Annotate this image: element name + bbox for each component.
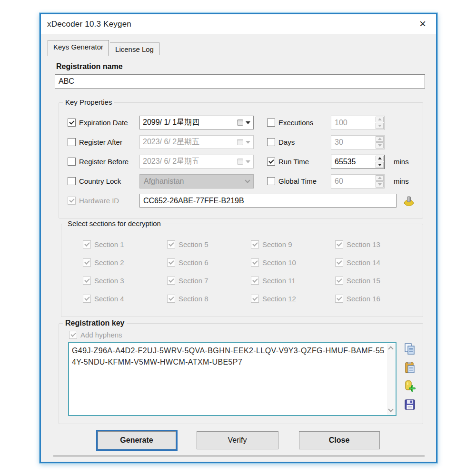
section-checkbox: Section 11	[251, 277, 335, 285]
sections-grid: Section 1 Section 2 Section 3 Section 4 …	[83, 235, 423, 307]
checkbox-box[interactable]	[68, 177, 76, 185]
checkbox-box	[167, 258, 175, 267]
days-spinner: 30	[331, 135, 385, 149]
country-lock-checkbox[interactable]: Country Lock	[68, 177, 139, 185]
register-before-checkbox[interactable]: Register Before	[68, 158, 139, 166]
close-icon[interactable]: ×	[412, 14, 433, 33]
section-label: Section 8	[178, 295, 208, 303]
register-after-picker: 2023/ 6/ 2星期五	[139, 135, 254, 149]
checkbox-box	[251, 240, 259, 248]
days-checkbox[interactable]: Days	[267, 138, 331, 146]
section-label: Section 11	[262, 277, 296, 285]
section-checkbox: Section 15	[335, 277, 423, 285]
section-checkbox: Section 9	[251, 240, 335, 248]
global-time-checkbox[interactable]: Global Time	[267, 177, 331, 185]
executions-checkbox[interactable]: Executions	[267, 119, 331, 127]
checkbox-box	[83, 240, 91, 248]
calendar-dropdown-icon[interactable]	[237, 119, 243, 126]
title-bar: xDecoder 10.3 Keygen ×	[41, 14, 436, 34]
expiration-date-picker[interactable]: 2099/ 1/ 1星期四	[139, 116, 254, 129]
dropdown-arrow-icon[interactable]	[246, 121, 250, 124]
verify-button[interactable]: Verify	[197, 431, 278, 449]
spin-down-icon[interactable]	[376, 162, 384, 168]
hardware-id-input[interactable]: CC652-26ABE-77FFE-B219B	[139, 194, 397, 208]
expiration-date-label: Expiration Date	[79, 119, 128, 127]
sections-title: Select sections for decryption	[65, 219, 163, 228]
section-label: Section 15	[347, 277, 380, 285]
checkbox-box	[68, 197, 76, 205]
dongle-icon[interactable]	[403, 195, 415, 207]
spin-up-icon[interactable]	[376, 156, 384, 162]
checkbox-box[interactable]	[68, 158, 76, 166]
section-checkbox: Section 7	[167, 277, 251, 285]
registration-key-textarea[interactable]: G49J-Z96A-A4D2-F2UJ-5WRV-5QVA-BGHN-EEK2-…	[68, 342, 397, 416]
close-button[interactable]: Close	[299, 431, 380, 449]
expiration-date-value: 2099/ 1/ 1星期四	[143, 118, 237, 128]
tab-keys-generator[interactable]: Keys Generator	[48, 40, 109, 56]
section-checkbox: Section 12	[251, 295, 335, 303]
section-label: Section 2	[94, 258, 124, 267]
save-icon[interactable]	[404, 398, 416, 411]
chevron-down-icon	[245, 178, 250, 183]
generate-button[interactable]: Generate	[98, 431, 176, 449]
checkbox-box[interactable]	[267, 177, 275, 185]
section-label: Section 12	[262, 295, 296, 303]
registration-name-label: Registration name	[56, 62, 123, 71]
run-time-label: Run Time	[278, 158, 309, 166]
spin-up-icon	[376, 175, 384, 181]
registration-name-input[interactable]: ABC	[55, 74, 425, 89]
section-checkbox: Section 2	[83, 258, 167, 267]
section-checkbox: Section 13	[335, 240, 423, 248]
paste-icon[interactable]	[404, 361, 416, 374]
checkbox-box	[251, 277, 259, 285]
key-tool-icons	[404, 343, 416, 411]
register-before-picker: 2023/ 6/ 2星期五	[139, 155, 254, 169]
run-time-unit: mins	[394, 158, 409, 166]
country-select: Afghanistan	[139, 174, 254, 188]
scroll-down-icon[interactable]	[388, 407, 393, 412]
keygen-window: xDecoder 10.3 Keygen × Keys Generator Li…	[40, 13, 437, 463]
checkbox-box[interactable]	[68, 119, 76, 127]
section-checkbox: Section 10	[251, 258, 335, 267]
dropdown-arrow-icon	[246, 160, 250, 163]
section-checkbox: Section 3	[83, 277, 167, 285]
expiration-date-checkbox[interactable]: Expiration Date	[68, 119, 139, 127]
register-before-label: Register Before	[79, 158, 129, 166]
add-key-icon[interactable]	[404, 380, 416, 392]
checkbox-box[interactable]	[267, 119, 275, 127]
register-after-checkbox[interactable]: Register After	[68, 138, 139, 146]
key-scrollbar[interactable]	[387, 344, 395, 415]
calendar-dropdown-icon	[237, 139, 243, 145]
checkbox-box[interactable]	[267, 138, 275, 146]
section-checkbox: Section 4	[83, 295, 167, 303]
section-label: Section 1	[94, 240, 124, 248]
row-country-globaltime: Country Lock Afghanistan Global Time 60 …	[68, 171, 423, 191]
checkbox-box	[335, 240, 343, 248]
executions-spinner[interactable]: 100	[331, 116, 385, 130]
global-time-label: Global Time	[278, 177, 317, 185]
checkbox-box	[83, 277, 91, 285]
key-properties-group: Key Properties Expiration Date 2099/ 1/ …	[59, 102, 423, 218]
scroll-up-icon[interactable]	[388, 346, 393, 351]
checkbox-box[interactable]	[68, 138, 76, 146]
spin-down-icon[interactable]	[376, 123, 384, 129]
section-checkbox: Section 8	[167, 295, 251, 303]
country-lock-label: Country Lock	[79, 177, 121, 185]
section-label: Section 9	[262, 240, 292, 248]
row-register-before-runtime: Register Before 2023/ 6/ 2星期五 Run Time 6…	[68, 152, 423, 171]
section-label: Section 5	[178, 240, 208, 248]
tab-license-log[interactable]: License Log	[110, 42, 159, 55]
copy-icon[interactable]	[404, 343, 416, 355]
run-time-checkbox[interactable]: Run Time	[267, 158, 331, 166]
add-hyphens-label: Add hyphens	[80, 331, 122, 339]
run-time-spinner[interactable]: 65535	[331, 155, 385, 169]
row-register-after-days: Register After 2023/ 6/ 2星期五 Days 30	[68, 132, 423, 152]
section-checkbox: Section 1	[83, 240, 167, 248]
section-checkbox: Section 14	[335, 258, 423, 267]
executions-value: 100	[331, 116, 375, 129]
spin-up-icon[interactable]	[376, 117, 384, 123]
checkbox-box	[251, 295, 259, 303]
page-background: xDecoder 10.3 Keygen × Keys Generator Li…	[0, 0, 476, 476]
checkbox-box[interactable]	[267, 158, 275, 166]
checkbox-box	[167, 240, 175, 248]
